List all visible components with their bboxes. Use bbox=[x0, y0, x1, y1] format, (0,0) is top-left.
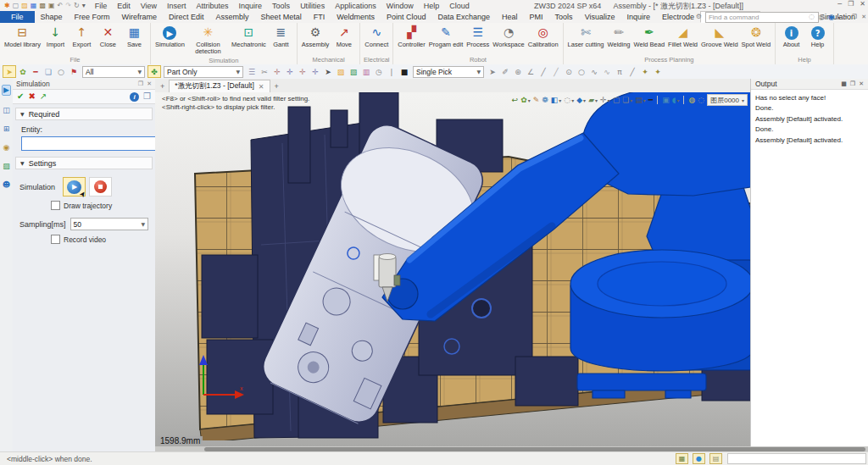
ribbon-tab-electrode[interactable]: Electrode bbox=[656, 11, 700, 23]
message-status-icon[interactable]: ● bbox=[693, 453, 705, 464]
record-stop-icon[interactable]: ■ bbox=[841, 81, 847, 87]
output-panel-header[interactable]: Output ■❐✕ bbox=[751, 79, 868, 90]
exit-pick-icon[interactable]: ↩ bbox=[512, 97, 519, 104]
search-icon[interactable]: ◌ bbox=[809, 14, 815, 20]
redo-icon[interactable]: ↷ bbox=[65, 3, 71, 9]
menu-window[interactable]: Window bbox=[381, 2, 419, 10]
info-icon[interactable]: i bbox=[130, 92, 139, 102]
refresh-icon[interactable]: ↻ bbox=[74, 3, 80, 9]
dock-image-icon[interactable]: ▨ bbox=[3, 163, 10, 170]
angle-icon[interactable]: ∠ bbox=[525, 66, 537, 77]
grid-status-icon[interactable]: ▦ bbox=[676, 453, 688, 464]
menu-tools[interactable]: Tools bbox=[267, 2, 295, 10]
open-file-icon[interactable]: ▨ bbox=[21, 3, 28, 9]
target-icon[interactable]: ⊛ bbox=[512, 66, 524, 77]
ribbon-tab-visualize[interactable]: Visualize bbox=[579, 11, 621, 23]
ribbon-button-weld-bead[interactable]: ✒Weld Bead bbox=[632, 24, 667, 48]
ribbon-tab-wireframe[interactable]: Wireframe bbox=[116, 11, 164, 23]
slash-icon[interactable]: ╱ bbox=[626, 66, 638, 77]
scope-combo[interactable]: Part Only▼ bbox=[164, 66, 243, 78]
doc-minimize-icon[interactable]: ─ bbox=[844, 14, 848, 20]
ribbon-button-save[interactable]: ▦Save bbox=[121, 24, 147, 48]
datum-1-icon[interactable]: ✛ bbox=[271, 66, 283, 77]
image-icon[interactable]: ▥ bbox=[360, 66, 372, 77]
dock-user-icon[interactable]: ☻ bbox=[3, 181, 10, 189]
ribbon-button-assembly[interactable]: ⚙Assembly bbox=[300, 24, 331, 48]
ribbon-button-calibration[interactable]: ◎Calibration bbox=[526, 24, 560, 48]
ribbon-tab-weldments[interactable]: Weldments bbox=[331, 11, 381, 23]
simulation-panel-header[interactable]: Simulation ❐✕ bbox=[13, 79, 155, 90]
save-icon[interactable]: ▦ bbox=[31, 3, 37, 9]
tab-pin-icon[interactable]: + bbox=[159, 82, 166, 92]
stop-simulation-button[interactable] bbox=[89, 177, 112, 197]
ribbon-button-progam-edit[interactable]: ✎Progam edit bbox=[427, 24, 465, 48]
brush-icon[interactable]: ✎ bbox=[533, 97, 540, 104]
ribbon-button-model-library[interactable]: ⊟Model library bbox=[3, 24, 42, 48]
close-panel-icon[interactable]: ✕ bbox=[859, 81, 864, 87]
menu-utilities[interactable]: Utilities bbox=[295, 2, 330, 10]
ribbon-button-simulation[interactable]: ▶Simulation bbox=[153, 24, 186, 48]
menu-edit[interactable]: Edit bbox=[112, 2, 136, 10]
ribbon-button-welding[interactable]: ✏Welding bbox=[606, 24, 632, 48]
float-panel-icon[interactable]: ❐ bbox=[138, 81, 143, 87]
viewport-canvas[interactable]: x <F8> or <Shift-roll> to find next vali… bbox=[155, 92, 751, 446]
folder-green-icon[interactable]: ▧ bbox=[348, 66, 359, 77]
ribbon-tab-fti[interactable]: FTI bbox=[308, 11, 331, 23]
folder-yellow-icon[interactable]: ▨ bbox=[335, 66, 347, 77]
ribbon-button-fillet-weld[interactable]: ◢Fillet Weld bbox=[666, 24, 699, 48]
pick-mode-combo[interactable]: Single Pick▼ bbox=[413, 66, 484, 78]
ribbon-button-about[interactable]: iAbout bbox=[778, 24, 804, 48]
ribbon-button-process[interactable]: ☰Process bbox=[465, 24, 491, 48]
new-tab-icon[interactable]: + bbox=[273, 82, 281, 92]
close-panel-icon[interactable]: ✕ bbox=[147, 81, 152, 87]
ribbon-button-help[interactable]: ?Help bbox=[804, 24, 831, 48]
refresh-scope-icon[interactable]: ✤ bbox=[147, 65, 161, 78]
ribbon-tab-shape[interactable]: Shape bbox=[35, 11, 69, 23]
axis-icon[interactable]: ✛▾ bbox=[600, 97, 610, 104]
ribbon-button-export[interactable]: ↑Export bbox=[69, 24, 95, 48]
menu-view[interactable]: View bbox=[136, 2, 162, 10]
float-view-icon[interactable]: ▢ bbox=[613, 97, 620, 104]
clock-icon[interactable]: ◷ bbox=[373, 66, 385, 77]
leaf-alt-icon[interactable]: ✦ bbox=[652, 66, 664, 77]
ribbon-button-spot-weld[interactable]: ❂Spot Weld bbox=[740, 24, 772, 48]
cancel-icon[interactable]: ✖ bbox=[28, 92, 35, 101]
dock-mechanism-icon[interactable]: ◫ bbox=[3, 107, 10, 114]
pi-icon[interactable]: π bbox=[614, 66, 626, 77]
layout-icon[interactable]: ❏▾ bbox=[622, 97, 632, 104]
float-panel-icon[interactable]: ❐ bbox=[850, 81, 855, 87]
datum-4-icon[interactable]: ✛ bbox=[309, 66, 321, 77]
layer-combo[interactable]: 图层0000▾ bbox=[707, 94, 748, 106]
doc-icon[interactable]: ❐ bbox=[143, 92, 151, 101]
panel-status-icon[interactable]: ▤ bbox=[709, 453, 722, 464]
regen-icon[interactable]: ✿▾ bbox=[520, 97, 531, 104]
pick-cursor-icon[interactable]: ➤ bbox=[3, 65, 16, 78]
visibility-icon[interactable]: ◖▾ bbox=[672, 97, 680, 104]
marker-icon[interactable]: ❘ bbox=[386, 66, 398, 77]
account-blue-icon[interactable]: ◉ bbox=[828, 14, 835, 21]
line-icon[interactable]: ╱ bbox=[537, 66, 549, 77]
datum-2-icon[interactable]: ✛ bbox=[284, 66, 296, 77]
ribbon-button-workspace[interactable]: ◔Workspace bbox=[491, 24, 526, 48]
ribbon-tab-data-exchange[interactable]: Data Exchange bbox=[432, 11, 497, 23]
apply-icon[interactable]: ↗ bbox=[40, 92, 47, 101]
ribbon-tab-pmi[interactable]: PMI bbox=[524, 11, 549, 23]
menu-cloud[interactable]: Cloud bbox=[444, 2, 475, 10]
ribbon-button-laser-cutting[interactable]: ✄Laser cutting bbox=[566, 24, 606, 48]
restore-icon[interactable]: ❐ bbox=[848, 1, 854, 8]
shade-mode-icon[interactable]: ◧▾ bbox=[551, 97, 562, 104]
stack-icon[interactable]: ▤▾ bbox=[635, 97, 646, 104]
save-all-icon[interactable]: ▩ bbox=[39, 3, 46, 9]
account-caret-icon[interactable]: ▾ bbox=[838, 14, 841, 20]
ribbon-button-collision-detection[interactable]: ✳Collision detection bbox=[186, 24, 230, 56]
document-tab[interactable]: *激光切割1.Z3 - [Default] ✕ bbox=[169, 80, 270, 92]
doc-restore-icon[interactable]: ❐ bbox=[852, 14, 857, 20]
leaf-icon[interactable]: ✦ bbox=[639, 66, 651, 77]
circle-select-icon[interactable]: ○ bbox=[55, 66, 67, 77]
menu-attributes[interactable]: Attributes bbox=[192, 2, 234, 10]
ribbon-button-close[interactable]: ✕Close bbox=[95, 24, 121, 48]
account-gray-icon[interactable]: ◍ bbox=[818, 14, 825, 21]
qa-dropdown-caret-icon[interactable]: ▾ bbox=[82, 3, 86, 9]
ribbon-tab-assembly[interactable]: Assembly bbox=[210, 11, 255, 23]
menu-inquire[interactable]: Inquire bbox=[234, 2, 268, 10]
